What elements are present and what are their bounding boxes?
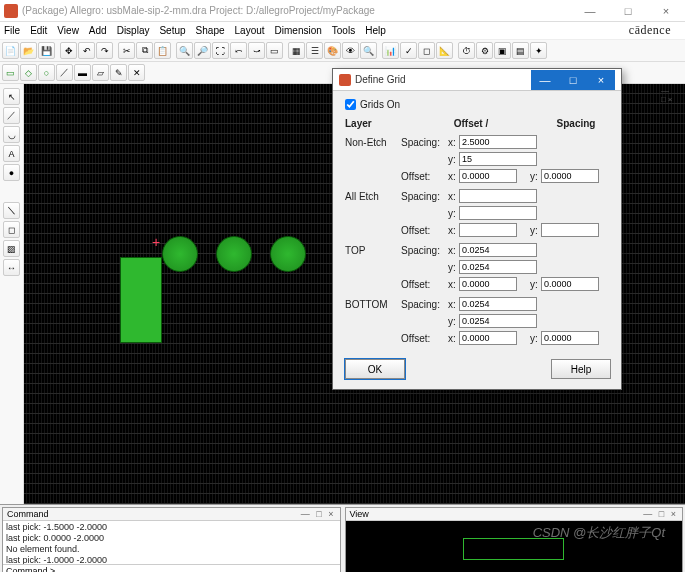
menu-add[interactable]: Add <box>89 25 107 36</box>
zoom-window-icon[interactable]: ▭ <box>266 42 283 59</box>
dialog-titlebar[interactable]: Define Grid — □ × <box>333 69 621 91</box>
toolbar-row-1: 📄 📂 💾 ✥ ↶ ↷ ✂ ⧉ 📋 🔍 🔎 ⛶ ⤺ ⤻ ▭ ▦ ☰ 🎨 👁 🔍 … <box>0 40 685 62</box>
area-tool-icon[interactable]: ▨ <box>3 240 20 257</box>
undo-icon[interactable]: ↶ <box>78 42 95 59</box>
shape-edit-icon[interactable]: ✎ <box>110 64 127 81</box>
misc1-icon[interactable]: ⚙ <box>476 42 493 59</box>
paste-icon[interactable]: 📋 <box>154 42 171 59</box>
select-icon[interactable]: ↖ <box>3 88 20 105</box>
measure-icon[interactable]: 📐 <box>436 42 453 59</box>
bottom-offset-y[interactable] <box>541 331 599 345</box>
menu-layout[interactable]: Layout <box>235 25 265 36</box>
copy-icon[interactable]: ⧉ <box>136 42 153 59</box>
bottom-offset-x[interactable] <box>459 331 517 345</box>
top-offset-x[interactable] <box>459 277 517 291</box>
shape-poly-icon[interactable]: ◇ <box>20 64 37 81</box>
arc-tool-icon[interactable]: ◡ <box>3 126 20 143</box>
save-icon[interactable]: 💾 <box>38 42 55 59</box>
non-etch-spacing-x[interactable] <box>459 135 537 149</box>
command-panel-buttons[interactable]: — □ × <box>301 509 336 519</box>
all-etch-offset-y[interactable] <box>541 223 599 237</box>
menu-tools[interactable]: Tools <box>332 25 355 36</box>
non-etch-offset-y[interactable] <box>541 169 599 183</box>
dialog-maximize-button[interactable]: □ <box>559 70 587 90</box>
new-icon[interactable]: 📄 <box>2 42 19 59</box>
color-icon[interactable]: 🎨 <box>324 42 341 59</box>
zoom-next-icon[interactable]: ⤻ <box>248 42 265 59</box>
window-minimize-button[interactable]: — <box>575 5 605 17</box>
shape-line-icon[interactable]: ／ <box>56 64 73 81</box>
menu-file[interactable]: File <box>4 25 20 36</box>
redo-icon[interactable]: ↷ <box>96 42 113 59</box>
pad-1[interactable] <box>162 236 198 272</box>
dim-tool-icon[interactable]: ↔ <box>3 259 20 276</box>
ok-button[interactable]: OK <box>345 359 405 379</box>
top-spacing-x[interactable] <box>459 243 537 257</box>
misc2-icon[interactable]: ▣ <box>494 42 511 59</box>
shape-tool-icon[interactable]: ◻ <box>3 221 20 238</box>
slash-icon[interactable]: ＼ <box>3 202 20 219</box>
show-icon[interactable]: 👁 <box>342 42 359 59</box>
misc4-icon[interactable]: ✦ <box>530 42 547 59</box>
top-spacing-y[interactable] <box>459 260 537 274</box>
help-button[interactable]: Help <box>551 359 611 379</box>
text-tool-icon[interactable]: A <box>3 145 20 162</box>
top-offset-y[interactable] <box>541 277 599 291</box>
menu-help[interactable]: Help <box>365 25 386 36</box>
app-icon <box>4 4 18 18</box>
dialog-close-button[interactable]: × <box>587 70 615 90</box>
menu-display[interactable]: Display <box>117 25 150 36</box>
bottom-spacing-x[interactable] <box>459 297 537 311</box>
cmd-line: last pick: 0.0000 -2.0000 <box>6 533 337 544</box>
shape-void-icon[interactable]: ▱ <box>92 64 109 81</box>
window-close-button[interactable]: × <box>651 5 681 17</box>
find-icon[interactable]: 🔍 <box>360 42 377 59</box>
menu-dimension[interactable]: Dimension <box>275 25 322 36</box>
pin-tool-icon[interactable]: ● <box>3 164 20 181</box>
timer-icon[interactable]: ⏱ <box>458 42 475 59</box>
footprint-body[interactable] <box>120 257 162 343</box>
command-input[interactable] <box>55 566 336 572</box>
right-panel-controls[interactable]: —□× <box>659 86 679 100</box>
dialog-icon <box>339 74 351 86</box>
grid-icon[interactable]: ▦ <box>288 42 305 59</box>
world-view[interactable] <box>346 521 683 572</box>
bottom-spacing-y[interactable] <box>459 314 537 328</box>
report-icon[interactable]: 📊 <box>382 42 399 59</box>
shape-rect-icon[interactable]: ▭ <box>2 64 19 81</box>
zoom-fit-icon[interactable]: ⛶ <box>212 42 229 59</box>
drc-icon[interactable]: ✓ <box>400 42 417 59</box>
shape-circle-icon[interactable]: ○ <box>38 64 55 81</box>
non-etch-offset-x[interactable] <box>459 169 517 183</box>
non-etch-spacing-y[interactable] <box>459 152 537 166</box>
zoom-in-icon[interactable]: 🔍 <box>176 42 193 59</box>
window-maximize-button[interactable]: □ <box>613 5 643 17</box>
menu-shape[interactable]: Shape <box>196 25 225 36</box>
zoom-out-icon[interactable]: 🔎 <box>194 42 211 59</box>
all-etch-spacing-x[interactable] <box>459 189 537 203</box>
line-tool-icon[interactable]: ／ <box>3 107 20 124</box>
menu-view[interactable]: View <box>57 25 79 36</box>
layers-icon[interactable]: ☰ <box>306 42 323 59</box>
zoom-prev-icon[interactable]: ⤺ <box>230 42 247 59</box>
view-panel-buttons[interactable]: — □ × <box>643 509 678 519</box>
pad-2[interactable] <box>216 236 252 272</box>
col-spacing: Spacing <box>541 118 611 129</box>
all-etch-offset-x[interactable] <box>459 223 517 237</box>
all-etch-spacing-y[interactable] <box>459 206 537 220</box>
col-layer: Layer <box>345 118 401 129</box>
menu-setup[interactable]: Setup <box>159 25 185 36</box>
misc3-icon[interactable]: ▤ <box>512 42 529 59</box>
open-icon[interactable]: 📂 <box>20 42 37 59</box>
3d-icon[interactable]: ◻ <box>418 42 435 59</box>
grids-on-checkbox[interactable] <box>345 99 356 110</box>
grids-on-row[interactable]: Grids On <box>345 99 611 110</box>
shape-fill-icon[interactable]: ▬ <box>74 64 91 81</box>
cut-icon[interactable]: ✂ <box>118 42 135 59</box>
shape-del-icon[interactable]: ✕ <box>128 64 145 81</box>
col-offset: Offset / <box>401 118 541 129</box>
pad-3[interactable] <box>270 236 306 272</box>
menu-edit[interactable]: Edit <box>30 25 47 36</box>
move-icon[interactable]: ✥ <box>60 42 77 59</box>
dialog-minimize-button[interactable]: — <box>531 70 559 90</box>
